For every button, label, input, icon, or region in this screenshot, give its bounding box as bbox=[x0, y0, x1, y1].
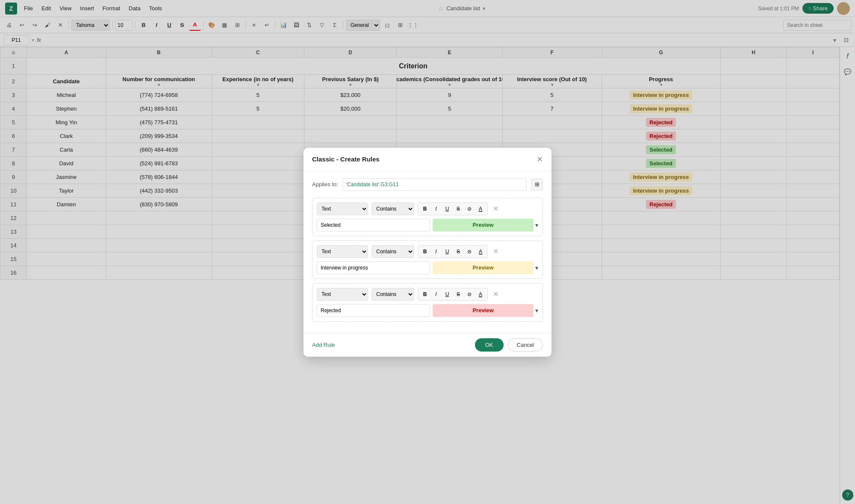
rule-1-value-input[interactable] bbox=[317, 219, 430, 231]
rule-2-clear-btn[interactable]: ⊘ bbox=[464, 246, 475, 257]
rule-3-preview-row: Preview ▾ bbox=[433, 304, 538, 317]
rule-2-value-input[interactable] bbox=[317, 261, 430, 274]
rule-2-underline-btn[interactable]: U bbox=[442, 246, 452, 257]
rule-3-underline-btn[interactable]: U bbox=[442, 289, 452, 299]
applies-to-input[interactable] bbox=[342, 178, 527, 191]
rule-3-font-color-btn[interactable]: A bbox=[475, 289, 486, 299]
rule-1-italic-btn[interactable]: I bbox=[431, 204, 441, 214]
rule-2-font-color-btn[interactable]: A bbox=[475, 246, 486, 257]
rule-2-conditions: Text Contains B I U S ⊘ A ✕ bbox=[317, 245, 538, 258]
rule-1-remove-btn[interactable]: ✕ bbox=[491, 205, 500, 213]
rule-3-format-icons: B I U S ⊘ A bbox=[418, 288, 488, 301]
rule-3-conditions: Text Contains B I U S ⊘ A ✕ bbox=[317, 288, 538, 301]
rule-1-format-icons: B I U S ⊘ A bbox=[418, 202, 488, 215]
rule-1-type-select[interactable]: Text bbox=[317, 202, 368, 215]
rule-3-strike-btn[interactable]: S bbox=[453, 289, 463, 299]
rule-2-remove-btn[interactable]: ✕ bbox=[491, 247, 500, 255]
rule-1-preview-chevron-icon[interactable]: ▾ bbox=[535, 222, 538, 229]
rule-3-condition-select[interactable]: Contains bbox=[371, 288, 414, 301]
rule-2-condition-select[interactable]: Contains bbox=[371, 245, 414, 258]
rule-1-format-row: Preview ▾ bbox=[317, 219, 538, 231]
rule-1-conditions: Text Contains B I U S ⊘ A ✕ bbox=[317, 202, 538, 215]
applies-to-label: Applies to: bbox=[312, 181, 338, 188]
rule-2-format-icons: B I U S ⊘ A bbox=[418, 245, 488, 258]
dialog-footer: Add Rule OK Cancel bbox=[304, 333, 551, 357]
dialog-action-buttons: OK Cancel bbox=[475, 338, 543, 352]
dialog-body: Applies to: ⊞ Text Contains B I U bbox=[304, 171, 551, 333]
rule-3-preview-box[interactable]: Preview bbox=[433, 304, 534, 317]
rule-1-strike-btn[interactable]: S bbox=[453, 204, 463, 214]
rule-1-font-color-btn[interactable]: A bbox=[475, 204, 486, 214]
rule-2-preview-chevron-icon[interactable]: ▾ bbox=[535, 264, 538, 271]
rule-1-preview-row: Preview ▾ bbox=[433, 219, 538, 231]
rule-1-bold-btn[interactable]: B bbox=[420, 204, 430, 214]
applies-to-row: Applies to: ⊞ bbox=[312, 178, 543, 191]
rule-2-preview-row: Preview ▾ bbox=[433, 261, 538, 274]
rule-1-underline-btn[interactable]: U bbox=[442, 204, 452, 214]
rule-1-clear-btn[interactable]: ⊘ bbox=[464, 204, 475, 214]
rule-2-strike-btn[interactable]: S bbox=[453, 246, 463, 257]
rule-3-value-input[interactable] bbox=[317, 304, 430, 317]
cancel-button[interactable]: Cancel bbox=[508, 338, 543, 352]
rule-2-type-select[interactable]: Text bbox=[317, 245, 368, 258]
rule-row-3: Text Contains B I U S ⊘ A ✕ bbox=[312, 283, 543, 322]
dialog-header: Classic - Create Rules ✕ bbox=[304, 148, 551, 171]
dialog-title: Classic - Create Rules bbox=[312, 155, 380, 163]
rule-2-italic-btn[interactable]: I bbox=[431, 246, 441, 257]
rule-3-type-select[interactable]: Text bbox=[317, 288, 368, 301]
rule-row-2: Text Contains B I U S ⊘ A ✕ bbox=[312, 240, 543, 279]
dialog-close-button[interactable]: ✕ bbox=[537, 155, 543, 164]
rule-1-preview-box[interactable]: Preview bbox=[433, 219, 534, 231]
applies-to-icon[interactable]: ⊞ bbox=[531, 179, 543, 190]
rule-2-preview-box[interactable]: Preview bbox=[433, 261, 534, 274]
dialog-overlay: Classic - Create Rules ✕ Applies to: ⊞ T… bbox=[0, 0, 855, 504]
rule-3-preview-chevron-icon[interactable]: ▾ bbox=[535, 307, 538, 314]
rule-2-format-row: Preview ▾ bbox=[317, 261, 538, 274]
rule-3-remove-btn[interactable]: ✕ bbox=[491, 290, 500, 298]
rule-1-condition-select[interactable]: Contains bbox=[371, 202, 414, 215]
create-rules-dialog: Classic - Create Rules ✕ Applies to: ⊞ T… bbox=[304, 148, 551, 357]
rule-row-1: Text Contains B I U S ⊘ A ✕ bbox=[312, 198, 543, 236]
rule-3-italic-btn[interactable]: I bbox=[431, 289, 441, 299]
ok-button[interactable]: OK bbox=[475, 338, 504, 352]
rule-3-format-row: Preview ▾ bbox=[317, 304, 538, 317]
rule-2-bold-btn[interactable]: B bbox=[420, 246, 430, 257]
rule-3-clear-btn[interactable]: ⊘ bbox=[464, 289, 475, 299]
add-rule-link[interactable]: Add Rule bbox=[312, 342, 335, 348]
rule-3-bold-btn[interactable]: B bbox=[420, 289, 430, 299]
